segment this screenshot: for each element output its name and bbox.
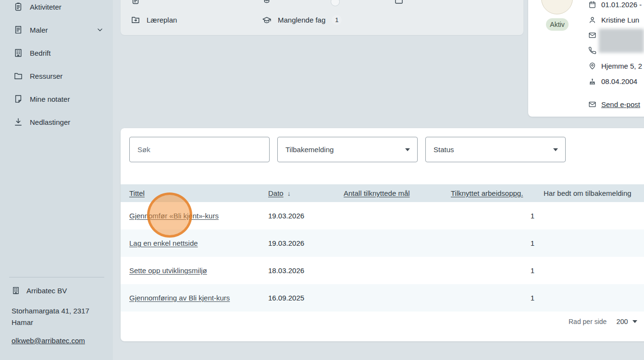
sidebar-item-label: Nedlastinger <box>30 118 70 126</box>
calendar-icon <box>588 0 596 9</box>
profile-card: Aktiv 01.01.2026 - Kristine Lun Hjemme 5… <box>528 0 644 117</box>
overview-item-label: Læreplan <box>147 16 177 24</box>
table-row: Sette opp utviklingsmiljø 18.03.2026 1 <box>121 257 644 284</box>
activity-tasks: 1 <box>451 239 534 247</box>
sidebar-item-label: Ressurser <box>30 72 62 80</box>
folder-arrow-icon <box>131 15 140 24</box>
activity-title-link[interactable]: Lag en enkel nettside <box>129 239 198 247</box>
overview-card: Læreplan Manglende fag 1 <box>121 0 523 35</box>
sidebar-item-label: Bedrift <box>30 49 50 57</box>
activity-date: 18.03.2026 <box>268 266 344 275</box>
redacted-contact-info <box>599 29 644 53</box>
phone-icon <box>588 47 596 55</box>
birthday-cake-icon <box>588 77 596 85</box>
profile-birthdate-row: 08.04.2004 <box>588 77 644 85</box>
activities-table: Tittel Dato↓ Antall tilknyttede mål Tilk… <box>121 184 644 312</box>
mail-icon <box>588 100 596 108</box>
overview-item-clipped-2[interactable] <box>262 0 272 5</box>
status-badge: Aktiv <box>546 18 569 31</box>
rows-per-page-label: Rad per side <box>569 318 607 325</box>
templates-icon <box>13 25 23 35</box>
profile-name-row: Kristine Lun <box>588 16 644 24</box>
briefcase-icon <box>394 0 404 5</box>
table-row: Lag en enkel nettside 19.03.2026 1 <box>121 229 644 257</box>
column-header-dato[interactable]: Dato↓ <box>268 189 344 197</box>
sidebar-item-nedlastinger[interactable]: Nedlastinger <box>0 110 113 133</box>
building-icon <box>12 286 20 295</box>
company-name: Arribatec BV <box>26 287 67 295</box>
activity-tasks: 1 <box>451 294 534 302</box>
sidebar-nav: Aktiviteter Maler Bedrift Ressurser Mine… <box>0 0 113 133</box>
notes-icon <box>13 94 23 104</box>
activity-title-link[interactable]: Gjennomfør «Bli kjent»-kurs <box>129 212 219 220</box>
status-filter-label: Status <box>433 145 454 154</box>
graduation-cap-icon <box>262 0 272 5</box>
sidebar: Aktiviteter Maler Bedrift Ressurser Mine… <box>0 0 113 360</box>
activity-tasks: 1 <box>451 212 534 220</box>
sort-desc-arrow-icon: ↓ <box>287 190 291 197</box>
activity-date: 19.03.2026 <box>268 212 344 220</box>
caret-down-icon <box>553 148 558 151</box>
sidebar-item-bedrift[interactable]: Bedrift <box>0 41 113 64</box>
column-header-antall-maal[interactable]: Antall tilknyttede mål <box>344 189 451 197</box>
feedback-filter-label: Tilbakemelding <box>285 145 334 154</box>
column-header-tittel[interactable]: Tittel <box>129 189 268 197</box>
caret-down-icon <box>632 320 637 323</box>
activity-date: 19.03.2026 <box>268 239 344 247</box>
activity-title-link[interactable]: Gjennomføring av Bli kjent-kurs <box>129 294 230 302</box>
send-email-link[interactable]: Send e-post <box>588 100 640 108</box>
profile-birthdate: 08.04.2004 <box>601 77 637 85</box>
profile-address: Hjemme 5, 2 <box>601 62 642 70</box>
table-pagination: Rad per side 200 <box>569 318 637 325</box>
location-pin-icon <box>588 62 596 70</box>
activities-panel: Tilbakemelding Status Tittel Dato↓ Antal… <box>121 128 644 341</box>
sidebar-item-label: Aktiviteter <box>30 3 62 11</box>
profile-period: 01.01.2026 - <box>601 0 642 9</box>
activity-tasks: 1 <box>451 266 534 275</box>
profile-period-row: 01.01.2026 - <box>588 0 644 9</box>
mail-icon <box>588 31 596 39</box>
column-header-arbeidsoppg[interactable]: Tilknyttet arbeidsoppg. <box>451 189 534 197</box>
overview-item-laereplan[interactable]: Læreplan <box>131 15 177 24</box>
sidebar-item-mine-notater[interactable]: Mine notater <box>0 87 113 110</box>
contact-email-link[interactable]: olkweb@arribatec.com <box>12 336 85 345</box>
table-header-row: Tittel Dato↓ Antall tilknyttede mål Tilk… <box>121 184 644 202</box>
sidebar-company: Arribatec BV <box>12 286 67 295</box>
overview-item-manglende-fag[interactable]: Manglende fag 1 <box>262 15 342 25</box>
sidebar-item-aktiviteter[interactable]: Aktiviteter <box>0 0 113 18</box>
overview-item-label: Manglende fag <box>278 16 325 24</box>
activity-date: 16.09.2025 <box>268 294 344 302</box>
address-line-1: Storhamargata 41, 2317 <box>12 305 89 317</box>
profile-address-row: Hjemme 5, 2 <box>588 62 644 70</box>
downloads-icon <box>13 117 23 127</box>
send-email-label: Send e-post <box>601 100 640 108</box>
activities-icon <box>13 2 23 12</box>
sidebar-item-maler[interactable]: Maler <box>0 18 113 41</box>
sidebar-item-ressurser[interactable]: Ressurser <box>0 64 113 87</box>
activity-title-link[interactable]: Sette opp utviklingsmiljø <box>129 266 207 275</box>
table-row: Gjennomføring av Bli kjent-kurs 16.09.20… <box>121 284 644 312</box>
chevron-down-icon <box>96 25 104 34</box>
search-input[interactable] <box>129 137 270 162</box>
rows-per-page-value: 200 <box>616 318 628 325</box>
overview-item-clipped-1[interactable] <box>131 0 140 5</box>
caret-down-icon <box>405 148 410 151</box>
avatar <box>541 0 573 14</box>
column-header-tilbakemelding: Har bedt om tilbakemelding <box>534 189 644 197</box>
graduation-cap-icon <box>262 15 272 25</box>
sidebar-item-label: Maler <box>30 26 48 34</box>
address-line-2: Hamar <box>12 317 89 328</box>
sidebar-item-label: Mine notater <box>30 95 70 103</box>
company-icon <box>13 48 23 58</box>
overview-item-clipped-3[interactable] <box>394 0 404 5</box>
person-icon <box>588 16 596 24</box>
count-badge: 1 <box>332 15 342 25</box>
count-badge <box>331 0 340 6</box>
resources-icon <box>13 71 23 81</box>
feedback-filter-select[interactable]: Tilbakemelding <box>277 137 418 162</box>
status-filter-select[interactable]: Status <box>425 137 566 162</box>
table-row: Gjennomfør «Bli kjent»-kurs 19.03.2026 1 <box>121 202 644 229</box>
sidebar-divider <box>9 277 104 277</box>
company-address: Storhamargata 41, 2317 Hamar <box>12 305 89 328</box>
rows-per-page-select[interactable]: 200 <box>616 318 637 325</box>
